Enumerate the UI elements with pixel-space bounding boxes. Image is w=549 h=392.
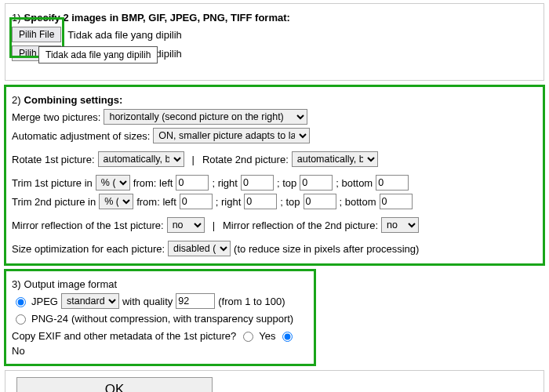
separator: | [192,154,195,165]
section1-number: 1) [12,12,21,24]
sizeopt-label: Size optimization for each picture: [12,243,165,255]
mirror1-select[interactable]: no [167,217,205,233]
exif-no-label: No [12,345,25,357]
section2-title: Combining settings: [24,94,123,106]
section2-combining: 2) Combining settings: Merge two picture… [5,85,544,265]
png-hint: (without compression, with transparency … [71,313,293,325]
trim1-top-input[interactable] [300,175,333,191]
section3-title: Output image format [24,278,118,290]
trim1-unit-select[interactable]: % ( [96,175,130,191]
sizeopt-hint: (to reduce size in pixels after processi… [234,243,419,255]
section3-number: 3) [12,278,21,290]
trim2-left-input[interactable] [180,194,213,209]
file-tooltip: Tidak ada file yang dipilih [38,46,158,64]
png-label: PNG-24 [31,313,68,325]
jpeg-quality-hint: (from 1 to 100) [218,296,285,307]
trim1-right-label: ; right [212,177,238,189]
trim1-bottom-label: ; bottom [336,177,373,189]
trim2-top-label: ; top [280,196,300,208]
file1-status: Tidak ada file yang dipilih [67,29,182,41]
jpeg-with-quality: with quality [122,296,173,307]
autosize-select[interactable]: ON, smaller picture adapts to la [153,128,310,143]
trim1-label: Trim 1st picture in [12,177,93,189]
autosize-label: Automatic adjustment of sizes: [12,130,150,142]
png-radio[interactable] [16,314,26,325]
trim2-top-input[interactable] [304,194,336,209]
merge-label: Merge two pictures: [12,111,100,123]
mirror1-label: Mirror reflection of the 1st picture: [12,220,164,231]
section1-files: 1) Specify 2 images in BMP, GIF, JPEG, P… [5,3,544,81]
submit-group: OK Processing usually lasts for 0.5-30 s… [5,370,544,392]
trim1-right-input[interactable] [241,175,274,191]
trim2-right-input[interactable] [244,194,277,209]
exif-yes-radio[interactable] [243,332,253,342]
section3-output: 3) Output image format JPEG standard wit… [5,270,315,365]
trim1-top-label: ; top [277,177,296,189]
exif-yes-label: Yes [259,330,275,342]
separator: | [213,220,215,231]
rotate1-select[interactable]: automatically, b [98,151,184,167]
jpeg-radio[interactable] [16,297,26,307]
section2-number: 2) [12,94,21,106]
trim2-bottom-input[interactable] [380,194,413,209]
trim1-left-label: from: left [133,177,173,189]
trim1-left-input[interactable] [176,175,209,191]
jpeg-quality-input[interactable] [176,293,215,309]
trim1-bottom-input[interactable] [376,175,409,191]
trim2-label: Trim 2nd picture in [12,196,96,208]
trim2-unit-select[interactable]: % ( [99,194,133,209]
exif-label: Copy EXIF and other metadata of the 1st … [12,330,236,342]
ok-button[interactable]: OK [16,377,213,392]
merge-select[interactable]: horizontally (second picture on the righ… [104,109,307,125]
jpeg-quality-select[interactable]: standard [61,293,119,309]
rotate2-label: Rotate 2nd picture: [202,154,289,165]
jpeg-label: JPEG [31,296,58,307]
rotate2-select[interactable]: automatically, b [292,151,378,167]
trim2-bottom-label: ; bottom [340,196,376,208]
trim2-right-label: ; right [216,196,242,208]
mirror2-select[interactable]: no [381,217,419,233]
trim2-left-label: from: left [136,196,176,208]
pick-file-1-button[interactable]: Pilih File [12,27,61,42]
sizeopt-select[interactable]: disabled ( [168,241,231,256]
exif-no-radio[interactable] [282,332,293,342]
mirror2-label: Mirror reflection of the 2nd picture: [223,220,378,231]
section1-title: Specify 2 images in BMP, GIF, JPEG, PNG,… [24,12,290,24]
rotate1-label: Rotate 1st picture: [12,154,95,165]
